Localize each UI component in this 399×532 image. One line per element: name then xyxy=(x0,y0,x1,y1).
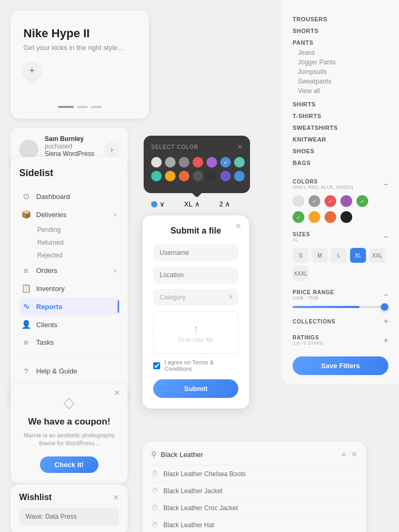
right-nav: TROUSERS SHORTS PANTS Jeans Jogger Pants… xyxy=(282,0,399,190)
close-icon[interactable]: ✕ xyxy=(114,388,120,397)
filter-color-dot-selected[interactable] xyxy=(325,195,336,207)
nav-item-sweatpants[interactable]: Sweatpants xyxy=(293,77,388,86)
sidebar-subitem-rejected[interactable]: Rejected xyxy=(35,249,119,262)
sidebar-item-deliveries[interactable]: 📦 Deliveries ∨ xyxy=(19,205,119,223)
file-dropzone[interactable]: ↑ Drop your file xyxy=(153,311,238,354)
nav-item-jumpsuits[interactable]: Jumpsuits xyxy=(293,67,388,77)
wishlist-item[interactable]: Wave: Data Press xyxy=(19,508,119,526)
coupon-button[interactable]: Check It! xyxy=(40,456,99,473)
color-dot[interactable] xyxy=(220,171,231,181)
collapse-icon[interactable]: − xyxy=(384,290,388,300)
collapse-icon[interactable]: − xyxy=(384,180,388,189)
size-option-s[interactable]: S xyxy=(293,248,309,263)
sidebar-item-label: Clients xyxy=(36,321,117,329)
filter-color-dot[interactable] xyxy=(340,211,352,223)
color-dot[interactable] xyxy=(234,157,245,168)
filter-color-dot[interactable] xyxy=(309,211,320,223)
color-dot[interactable] xyxy=(151,171,162,181)
sidebar-item-clients[interactable]: 👤 Clients xyxy=(19,315,119,334)
sidebar-item-orders[interactable]: ≡ Orders ∨ xyxy=(19,262,119,279)
size-option-m[interactable]: M xyxy=(312,248,328,263)
search-result[interactable]: ⏱ Black Leather Croc Jacket xyxy=(151,499,358,516)
filter-sizes-label: SIZES xyxy=(293,231,310,237)
collapse-icon[interactable]: − xyxy=(384,232,388,242)
close-icon[interactable]: ✕ xyxy=(113,493,119,502)
size-selector-pill[interactable]: XL ∧ xyxy=(177,197,207,211)
color-dot[interactable] xyxy=(179,157,189,168)
filter-colors-sublabel: GREY, RED, BLUE, GREEN xyxy=(293,185,353,190)
sidebar-item-dashboard[interactable]: ⊙ Dashboard xyxy=(19,187,119,205)
category-select[interactable]: Category xyxy=(153,289,238,306)
username-field[interactable] xyxy=(153,244,238,261)
search-input[interactable]: Black Leather xyxy=(161,451,337,459)
close-icon[interactable]: ✕ xyxy=(351,450,358,459)
deliveries-icon: 📦 xyxy=(21,210,31,219)
sidebar-item-inventory[interactable]: 📋 Inventory xyxy=(19,279,119,297)
filter-color-dot[interactable] xyxy=(325,211,336,223)
filter-collections-section: COLLECTIONS + xyxy=(293,317,388,326)
filter-color-dot-selected[interactable] xyxy=(293,211,304,223)
color-dot[interactable] xyxy=(179,171,189,181)
hero-dot-1 xyxy=(58,106,74,108)
search-result-text: Black Leather Jacket xyxy=(163,487,222,495)
sidebar-item-reports[interactable]: ∿ Reports xyxy=(19,297,119,315)
submit-button[interactable]: Submit xyxy=(153,379,238,398)
filter-color-dot-selected[interactable] xyxy=(356,195,368,207)
expand-icon[interactable]: + xyxy=(384,317,388,326)
size-option-xxxl[interactable]: XXXL xyxy=(293,266,309,281)
color-selector-pill[interactable]: ∨ xyxy=(144,197,172,211)
search-result[interactable]: ⏱ Black Leather Jacket xyxy=(151,482,358,499)
nav-item-view-all[interactable]: View all xyxy=(293,86,388,96)
color-picker-grid xyxy=(151,157,243,181)
hero-title: Nike Hype II xyxy=(23,27,136,40)
price-range-slider[interactable] xyxy=(293,306,388,308)
close-icon[interactable]: ✕ xyxy=(237,143,243,151)
color-dot[interactable] xyxy=(193,157,203,168)
color-dot[interactable] xyxy=(206,157,217,168)
nav-item-jogger-pants[interactable]: Jogger Pants xyxy=(293,57,388,67)
size-option-l[interactable]: L xyxy=(331,248,347,263)
nav-item-jeans[interactable]: Jeans xyxy=(293,48,388,57)
sidebar-subitem-returned[interactable]: Returned xyxy=(35,236,119,249)
quantity-selector-pill[interactable]: 2 ∧ xyxy=(212,197,238,211)
nav-category: BAGS xyxy=(293,160,388,166)
close-icon[interactable]: ✕ xyxy=(235,222,242,230)
filter-color-dot-selected[interactable] xyxy=(309,195,320,207)
filter-price-section: PRICE RANGE 150$ - 750$ − xyxy=(293,289,388,308)
color-dot[interactable] xyxy=(165,171,176,181)
nav-category: PANTS xyxy=(293,39,388,46)
hero-dot-2 xyxy=(77,106,88,108)
slider-thumb[interactable] xyxy=(381,303,388,311)
filter-color-dot[interactable] xyxy=(340,195,352,207)
filter-ratings-label: RATINGS xyxy=(293,335,323,340)
filter-icon[interactable]: ≡ xyxy=(342,450,346,459)
terms-label: I agree on Terms & Conditions xyxy=(164,359,238,372)
terms-checkbox[interactable] xyxy=(153,362,160,369)
filter-colors-label: COLORS xyxy=(293,179,353,185)
color-dot[interactable] xyxy=(206,171,217,181)
color-dot[interactable] xyxy=(151,157,162,168)
save-filters-button[interactable]: Save Filters xyxy=(293,356,388,375)
size-option-xxl[interactable]: XXL xyxy=(369,248,385,263)
hero-add-button[interactable]: + xyxy=(23,62,40,79)
size-grid: S M L XL XXL XXXL xyxy=(293,248,388,281)
color-dot[interactable] xyxy=(193,171,203,181)
notif-arrow-button[interactable]: › xyxy=(104,142,119,157)
search-result[interactable]: ⏱ Black Leather Hat xyxy=(151,516,358,532)
color-dot[interactable] xyxy=(165,157,176,168)
filter-ratings-section: RATINGS 2.8 - 5 STARS + xyxy=(293,335,388,346)
sidebar-item-help[interactable]: ? Help & Guide xyxy=(19,362,119,380)
expand-icon[interactable]: + xyxy=(384,336,388,345)
search-card: ⚲ Black Leather ≡ ✕ ⏱ Black Leather Chel… xyxy=(143,442,366,532)
search-result[interactable]: ⏱ Black Leather Chelsea Boots xyxy=(151,465,358,482)
sidebar-item-tasks[interactable]: ≡ Tasks xyxy=(19,334,119,351)
location-field[interactable] xyxy=(153,267,238,284)
size-option-xl[interactable]: XL xyxy=(350,248,366,263)
sidebar-subitem-pending[interactable]: Pending xyxy=(35,223,119,236)
filter-color-dot[interactable] xyxy=(293,195,304,207)
drop-text: Drop your file xyxy=(164,336,227,343)
color-dot[interactable] xyxy=(234,171,245,181)
reports-icon: ∿ xyxy=(21,302,31,311)
orders-icon: ≡ xyxy=(21,266,31,275)
color-dot-selected[interactable] xyxy=(220,157,231,168)
